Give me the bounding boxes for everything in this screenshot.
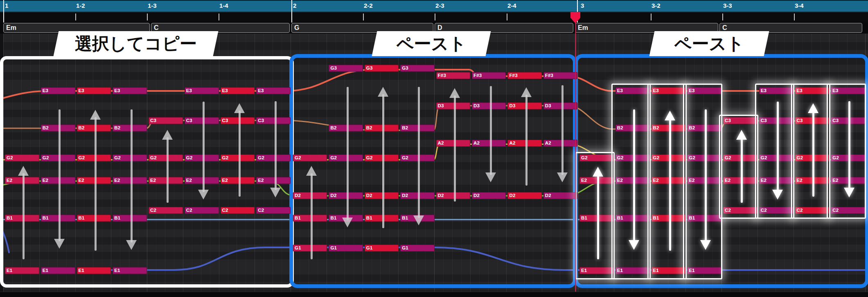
ruler-bar-label: 2-4: [507, 2, 516, 9]
midi-note[interactable]: G1: [329, 245, 363, 252]
note-grid[interactable]: E3E3E3E3E3E3C3C3C3C3B2B2B2G2G2G2G2G2G2G2…: [0, 34, 868, 292]
octave-down-arrow: [557, 85, 568, 182]
arrow-shaft: [131, 109, 133, 243]
octave-down-arrow: [772, 102, 783, 200]
arrow-head-icon: [18, 166, 29, 176]
ruler-beat-tick: [219, 14, 219, 20]
midi-note-label: F#3: [436, 72, 470, 79]
ruler-bar-label: 2: [293, 2, 296, 9]
midi-note-label: G1: [365, 245, 399, 252]
arrow-head-icon: [90, 110, 101, 120]
octave-up-arrow: [90, 110, 101, 251]
ruler-beat-tick: [722, 14, 723, 20]
arrow-head-icon: [54, 239, 65, 249]
midi-note[interactable]: E3: [185, 87, 219, 94]
octave-up-arrow: [808, 103, 818, 197]
ruler-beat-tick: [435, 14, 435, 20]
midi-note[interactable]: G3: [400, 65, 434, 72]
paste-region-1[interactable]: [289, 54, 577, 288]
ruler-bar-line: [291, 0, 292, 23]
midi-note-label: E1: [77, 267, 111, 274]
octave-down-arrow: [126, 109, 137, 250]
midi-note[interactable]: G2: [5, 154, 39, 161]
arrow-head-icon: [629, 240, 639, 250]
midi-note-label: D2: [472, 192, 506, 199]
midi-note[interactable]: E1: [77, 267, 111, 274]
midi-note[interactable]: E3: [41, 87, 75, 94]
midi-note-label: E1: [41, 267, 75, 274]
midi-note-label: E3: [256, 87, 291, 94]
arrow-head-icon: [700, 240, 711, 250]
midi-note[interactable]: E3: [113, 87, 147, 94]
arrow-head-icon: [306, 166, 317, 176]
arrow-shaft: [239, 111, 241, 197]
arrow-head-icon: [449, 88, 460, 98]
midi-note[interactable]: G2: [293, 154, 327, 161]
midi-note[interactable]: C2: [185, 207, 219, 214]
ruler-bar-label: 1-3: [148, 2, 157, 9]
ruler-bar-label: 1-2: [76, 2, 85, 9]
midi-note[interactable]: C2: [221, 207, 255, 214]
annotation-label: ペースト: [652, 31, 767, 56]
octave-up-arrow: [736, 130, 747, 203]
midi-note[interactable]: E1: [5, 267, 39, 274]
octave-down-arrow: [629, 109, 639, 250]
arrow-head-icon: [270, 188, 281, 197]
octave-up-arrow: [306, 166, 317, 259]
midi-note-label: C2: [221, 207, 255, 214]
midi-note-label: E1: [5, 267, 39, 274]
arrow-shaft: [418, 87, 420, 218]
ruler-bar-label: 3-4: [795, 2, 804, 9]
arrow-head-icon: [485, 172, 496, 182]
midi-note[interactable]: E1: [41, 267, 75, 274]
arrow-head-icon: [521, 87, 532, 97]
midi-note[interactable]: F#3: [472, 72, 506, 79]
octave-up-arrow: [378, 87, 388, 228]
midi-note[interactable]: D2: [507, 192, 541, 199]
midi-note[interactable]: F#3: [543, 72, 577, 79]
arrow-head-icon: [844, 188, 854, 197]
octave-up-arrow: [162, 130, 173, 203]
arrow-shaft: [382, 94, 384, 228]
midi-note[interactable]: E3: [256, 87, 291, 94]
midi-note-label: G3: [365, 65, 399, 72]
ruler-bar-label: 2-2: [364, 2, 373, 9]
arrow-head-icon: [557, 172, 568, 182]
arrow-shaft: [59, 109, 61, 241]
octave-down-arrow: [198, 102, 209, 200]
midi-note-label: E3: [113, 87, 147, 94]
playhead-line: [575, 12, 576, 292]
ruler-beat-tick: [507, 14, 507, 20]
midi-note[interactable]: G1: [400, 245, 434, 252]
annotation-text: 選択してコピー: [56, 31, 216, 56]
arrow-shaft: [275, 101, 277, 190]
midi-note[interactable]: D2: [472, 192, 506, 199]
midi-note[interactable]: F#3: [507, 72, 541, 79]
midi-note[interactable]: E1: [113, 267, 147, 274]
octave-up-arrow: [665, 111, 675, 251]
arrow-head-icon: [162, 130, 173, 140]
octave-up-arrow: [18, 166, 29, 259]
midi-note[interactable]: D2: [543, 192, 577, 199]
midi-note[interactable]: G1: [365, 245, 399, 252]
ruler-beat-tick: [363, 14, 364, 20]
arrow-shaft: [525, 95, 528, 186]
midi-note[interactable]: G3: [329, 65, 363, 72]
ruler-beat-tick: [75, 14, 76, 20]
octave-down-arrow: [700, 109, 711, 250]
ruler-beat-tick: [147, 14, 148, 20]
timeline-tickstrip[interactable]: [0, 12, 868, 23]
timeline-ruler[interactable]: 11-21-31-422-22-32-433-23-33-4: [0, 0, 868, 12]
midi-note[interactable]: F#3: [436, 72, 470, 79]
arrow-head-icon: [413, 215, 424, 225]
midi-note[interactable]: G3: [365, 65, 399, 72]
midi-note-label: E3: [77, 87, 111, 94]
midi-note[interactable]: C2: [256, 207, 291, 214]
midi-note[interactable]: E3: [221, 87, 255, 94]
ruler-bar-label: 1-4: [219, 2, 228, 9]
midi-note-label: G2: [5, 154, 39, 161]
midi-note[interactable]: E3: [77, 87, 111, 94]
midi-note[interactable]: C2: [149, 207, 183, 214]
midi-note[interactable]: C3: [149, 117, 183, 124]
arrow-head-icon: [198, 190, 209, 200]
